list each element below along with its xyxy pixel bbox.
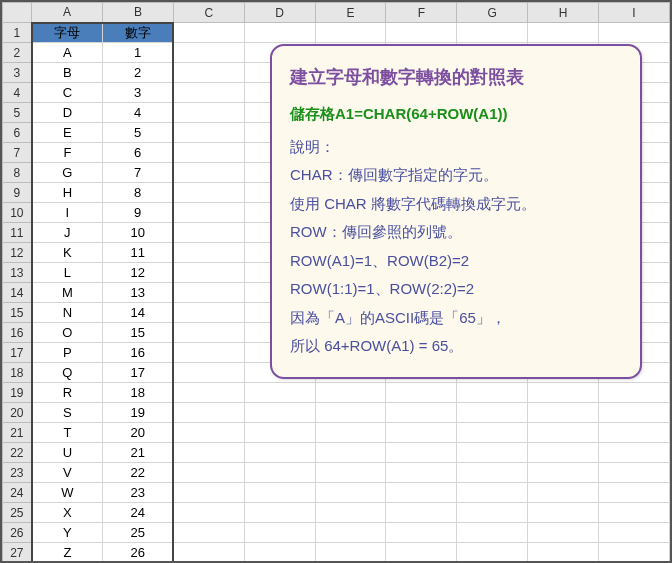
cell[interactable] <box>173 423 244 443</box>
cell[interactable]: 3 <box>103 83 174 103</box>
cell[interactable] <box>457 23 528 43</box>
cell[interactable] <box>528 503 599 523</box>
cell[interactable] <box>173 463 244 483</box>
cell[interactable] <box>173 343 244 363</box>
row-header[interactable]: 4 <box>3 83 32 103</box>
cell[interactable]: 15 <box>103 323 174 343</box>
cell[interactable] <box>315 403 386 423</box>
cell[interactable] <box>599 423 670 443</box>
cell[interactable] <box>386 523 457 543</box>
cell[interactable]: 19 <box>103 403 174 423</box>
cell[interactable]: D <box>32 103 103 123</box>
cell[interactable] <box>173 23 244 43</box>
cell[interactable] <box>173 263 244 283</box>
row-header[interactable]: 19 <box>3 383 32 403</box>
row-header[interactable]: 25 <box>3 503 32 523</box>
cell[interactable]: H <box>32 183 103 203</box>
cell[interactable] <box>457 543 528 563</box>
cell[interactable] <box>386 23 457 43</box>
cell[interactable] <box>528 23 599 43</box>
cell[interactable] <box>244 543 315 563</box>
cell[interactable] <box>244 463 315 483</box>
cell[interactable] <box>173 203 244 223</box>
cell[interactable] <box>528 423 599 443</box>
cell[interactable] <box>244 23 315 43</box>
cell[interactable] <box>173 383 244 403</box>
cell[interactable] <box>599 463 670 483</box>
cell[interactable]: 10 <box>103 223 174 243</box>
cell[interactable] <box>386 543 457 563</box>
cell[interactable] <box>528 523 599 543</box>
cell[interactable] <box>315 463 386 483</box>
cell[interactable]: Q <box>32 363 103 383</box>
cell[interactable]: 7 <box>103 163 174 183</box>
col-header-G[interactable]: G <box>457 3 528 23</box>
cell[interactable] <box>528 403 599 423</box>
cell[interactable] <box>244 403 315 423</box>
cell[interactable]: 24 <box>103 503 174 523</box>
cell[interactable]: G <box>32 163 103 183</box>
cell[interactable]: O <box>32 323 103 343</box>
cell[interactable] <box>173 43 244 63</box>
cell[interactable] <box>457 423 528 443</box>
cell[interactable] <box>173 183 244 203</box>
col-header-D[interactable]: D <box>244 3 315 23</box>
cell[interactable]: 12 <box>103 263 174 283</box>
cell[interactable] <box>386 463 457 483</box>
cell[interactable]: W <box>32 483 103 503</box>
cell[interactable] <box>386 403 457 423</box>
cell[interactable]: Y <box>32 523 103 543</box>
cell[interactable] <box>528 463 599 483</box>
cell[interactable] <box>173 523 244 543</box>
cell[interactable]: R <box>32 383 103 403</box>
cell[interactable]: M <box>32 283 103 303</box>
row-header[interactable]: 22 <box>3 443 32 463</box>
cell[interactable]: 8 <box>103 183 174 203</box>
cell[interactable] <box>173 103 244 123</box>
cell[interactable] <box>457 403 528 423</box>
cell[interactable] <box>315 383 386 403</box>
cell[interactable] <box>173 163 244 183</box>
cell[interactable] <box>386 443 457 463</box>
cell[interactable]: C <box>32 83 103 103</box>
cell[interactable] <box>528 383 599 403</box>
cell[interactable]: F <box>32 143 103 163</box>
cell[interactable]: 1 <box>103 43 174 63</box>
cell[interactable]: 6 <box>103 143 174 163</box>
col-header-E[interactable]: E <box>315 3 386 23</box>
cell[interactable] <box>457 463 528 483</box>
cell[interactable]: U <box>32 443 103 463</box>
cell[interactable] <box>528 543 599 563</box>
row-header[interactable]: 24 <box>3 483 32 503</box>
row-header[interactable]: 16 <box>3 323 32 343</box>
row-header[interactable]: 11 <box>3 223 32 243</box>
cell[interactable]: 17 <box>103 363 174 383</box>
row-header[interactable]: 9 <box>3 183 32 203</box>
cell[interactable] <box>173 323 244 343</box>
cell[interactable]: V <box>32 463 103 483</box>
row-header[interactable]: 13 <box>3 263 32 283</box>
cell[interactable]: N <box>32 303 103 323</box>
row-header[interactable]: 3 <box>3 63 32 83</box>
row-header[interactable]: 10 <box>3 203 32 223</box>
row-header[interactable]: 8 <box>3 163 32 183</box>
cell[interactable] <box>315 503 386 523</box>
cell[interactable] <box>173 483 244 503</box>
cell[interactable]: 13 <box>103 283 174 303</box>
cell[interactable]: 23 <box>103 483 174 503</box>
cell[interactable] <box>386 503 457 523</box>
cell[interactable]: A <box>32 43 103 63</box>
cell[interactable] <box>173 283 244 303</box>
cell[interactable]: 16 <box>103 343 174 363</box>
cell[interactable] <box>599 403 670 423</box>
cell[interactable]: 22 <box>103 463 174 483</box>
cell[interactable]: 14 <box>103 303 174 323</box>
cell[interactable]: L <box>32 263 103 283</box>
col-header-B[interactable]: B <box>103 3 174 23</box>
cell[interactable]: J <box>32 223 103 243</box>
cell[interactable]: K <box>32 243 103 263</box>
row-header[interactable]: 21 <box>3 423 32 443</box>
cell[interactable] <box>173 123 244 143</box>
cell[interactable] <box>599 543 670 563</box>
cell[interactable]: 字母 <box>32 23 103 43</box>
